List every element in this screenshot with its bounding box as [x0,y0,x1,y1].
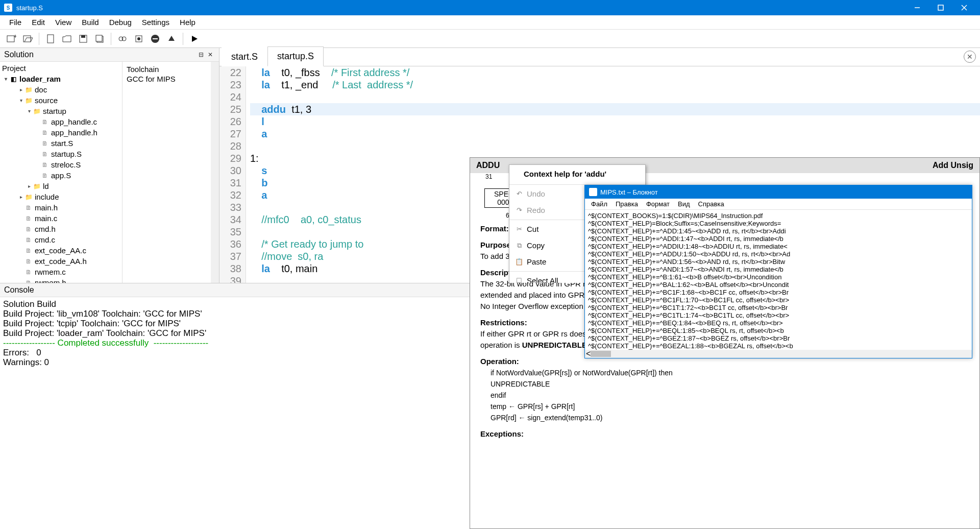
tree-file[interactable]: 🗎rwmem.h [0,277,122,283]
cut-icon: ✂ [514,223,524,235]
maximize-button[interactable] [929,0,952,15]
tree-folder[interactable]: ▸📁ld [0,181,122,191]
notepad-titlebar[interactable]: MIPS.txt – Блокнот [585,185,972,199]
context-menu-title[interactable]: Context help for 'addu' [509,165,645,183]
tree-file[interactable]: 🗎ext_code_AA.c [0,245,122,256]
menu-build[interactable]: Build [77,16,104,29]
np-menu-item[interactable]: Файл [587,199,611,209]
tree-file[interactable]: 🗎start.S [0,138,122,149]
project-icon: ◧ [9,75,17,83]
tree-folder[interactable]: ▾📁source [0,95,122,106]
title-bar: S startup.S [0,0,980,15]
build-button[interactable] [115,32,130,46]
tab-close-button[interactable]: ✕ [964,51,976,63]
tree-folder[interactable]: ▾📁startup [0,106,122,116]
folder-icon: 📁 [24,86,33,94]
close-panel-icon[interactable]: ✕ [206,51,215,58]
notepad-window[interactable]: MIPS.txt – Блокнот ФайлПравкаФорматВидСп… [584,185,972,358]
scrollbar[interactable] [211,62,219,283]
svg-rect-7 [23,36,31,42]
save-button[interactable] [76,32,90,46]
svg-rect-10 [81,35,85,38]
tree-file[interactable]: 🗎cmd.c [0,234,122,245]
tree-file[interactable]: 🗎app_handle.h [0,127,122,138]
tree-file[interactable]: 🗎rwmem.c [0,267,122,277]
new-file-button[interactable] [43,32,58,46]
code-line[interactable] [250,91,980,103]
svg-rect-12 [96,35,102,41]
deploy-button[interactable] [164,32,179,46]
code-line[interactable]: l [250,115,980,128]
minimize-button[interactable] [905,0,929,15]
tree-file[interactable]: 🗎startup.S [0,149,122,159]
save-all-button[interactable] [92,32,107,46]
rebuild-button[interactable] [132,32,146,46]
tree-file[interactable]: 🗎ext_code_AA.h [0,256,122,267]
np-menu-item[interactable]: Формат [642,199,674,209]
tree-file[interactable]: 🗎app_handle.c [0,116,122,127]
menu-help[interactable]: Help [175,16,201,29]
file-icon: 🗎 [41,150,49,158]
close-button[interactable] [952,0,976,15]
copy-icon: ⧉ [514,239,524,252]
file-icon: 🗎 [24,257,33,266]
tree-folder[interactable]: ▸📁doc [0,84,122,95]
project-tree[interactable]: Project ▾ ◧ loader_ram ▸📁doc▾📁source▾📁st… [0,62,122,283]
code-line[interactable]: a [250,128,980,140]
file-icon: 🗎 [41,129,49,137]
notepad-title: MIPS.txt – Блокнот [600,188,658,196]
solution-title: Solution [4,50,34,59]
select all-icon: ☐ [514,275,524,283]
np-menu-item[interactable]: Правка [611,199,642,209]
toolchain-panel: Toolchain GCC for MIPS [122,62,219,283]
tree-file[interactable]: 🗎streloc.S [0,159,122,170]
tree-file[interactable]: 🗎main.c [0,213,122,224]
operation-code: if NotWordValue(GPR[rs]) or NotWordValue… [491,367,969,423]
pin-icon[interactable]: ⊟ [197,51,206,58]
open-project-button[interactable] [20,32,35,46]
tree-file[interactable]: 🗎app.S [0,170,122,181]
menu-view[interactable]: View [50,16,77,29]
app-icon: S [4,4,12,12]
run-button[interactable] [187,32,202,46]
toolchain-col-header: Toolchain [127,64,215,75]
code-line[interactable] [250,140,980,152]
tree-col-header: Project [0,63,122,74]
menu-file[interactable]: File [4,16,27,29]
editor-tabs: start.Sstartup.S✕ [219,48,980,66]
file-icon: 🗎 [41,172,49,180]
file-icon: 🗎 [24,247,33,255]
np-menu-item[interactable]: Справка [694,199,728,209]
np-menu-item[interactable]: Вид [674,199,694,209]
paste-icon: 📋 [514,256,524,268]
file-icon: 🗎 [24,204,33,212]
code-line[interactable]: addu t1, 3 [250,103,980,115]
menu-edit[interactable]: Edit [27,16,50,29]
help-mnemonic: ADDU [476,161,500,170]
file-icon: 🗎 [41,118,49,126]
undo-icon: ↶ [514,188,524,200]
folder-icon: 📁 [33,107,41,115]
code-line[interactable]: la t0, _fbss /* First address */ [250,66,980,79]
tab-startup-S[interactable]: startup.S [267,46,324,66]
code-line[interactable]: la t1, _end /* Last address */ [250,79,980,91]
notepad-hscroll[interactable]: < [585,350,972,358]
new-project-button[interactable] [4,32,18,46]
tree-file[interactable]: 🗎main.h [0,202,122,213]
redo-icon: ↷ [514,204,524,217]
notepad-body[interactable]: ^$(CONTEXT_BOOKS)=1:$(CDIR)\MIPS64_Instr… [585,210,972,358]
toolbar [0,30,980,48]
toolchain-value: GCC for MIPS [127,75,215,83]
stop-build-button[interactable] [148,32,162,46]
notepad-menubar: ФайлПравкаФорматВидСправка [585,199,972,210]
file-icon: 🗎 [24,225,33,233]
menu-debug[interactable]: Debug [104,16,137,29]
menu-settings[interactable]: Settings [137,16,175,29]
tree-root[interactable]: ▾ ◧ loader_ram [0,74,122,84]
tree-folder[interactable]: ▸📁include [0,191,122,202]
tree-file[interactable]: 🗎cmd.h [0,224,122,234]
tab-start-S[interactable]: start.S [222,47,267,66]
file-icon: 🗎 [41,139,49,148]
file-icon: 🗎 [41,161,49,169]
open-file-button[interactable] [60,32,74,46]
